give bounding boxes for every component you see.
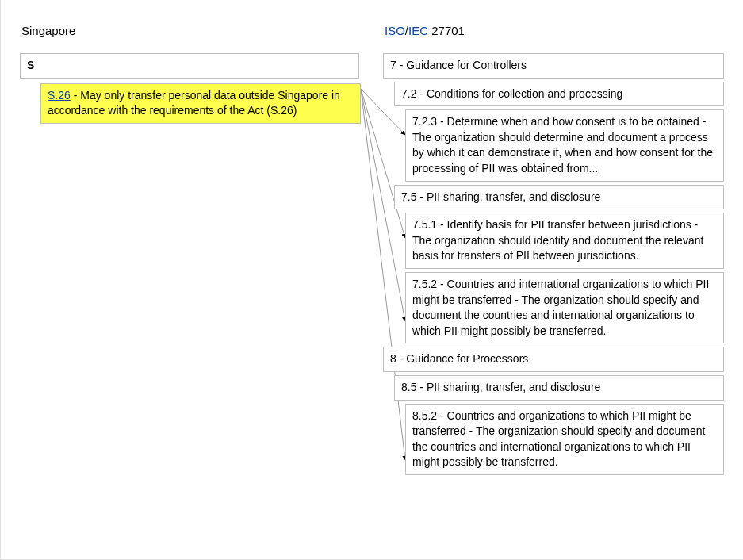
iec-link[interactable]: IEC: [408, 24, 428, 37]
node-7[interactable]: 7 - Guidance for Controllers: [383, 53, 724, 79]
node-7-2-3[interactable]: 7.2.3 - Determine when and how consent i…: [405, 109, 724, 181]
title-rest: 27701: [428, 24, 465, 37]
node-7-5-2[interactable]: 7.5.2 - Countries and international orga…: [405, 272, 724, 343]
left-leaf-node[interactable]: S.26 - May only transfer personal data o…: [40, 83, 361, 124]
left-leaf-code-link[interactable]: S.26: [48, 89, 71, 102]
node-7-5[interactable]: 7.5 - PII sharing, transfer, and disclos…: [394, 185, 724, 210]
left-column: Singapore S S.26 - May only transfer per…: [1, 0, 366, 124]
right-title: ISO/IEC 27701: [383, 22, 730, 39]
node-8-5[interactable]: 8.5 - PII sharing, transfer, and disclos…: [394, 375, 724, 401]
mapping-canvas: Singapore S S.26 - May only transfer per…: [0, 0, 743, 560]
left-title: Singapore: [20, 22, 366, 39]
left-root-node[interactable]: S: [20, 53, 359, 79]
node-7-2[interactable]: 7.2 - Conditions for collection and proc…: [394, 82, 724, 107]
node-8[interactable]: 8 - Guidance for Processors: [383, 347, 724, 372]
node-7-5-1[interactable]: 7.5.1 - Identify basis for PII transfer …: [405, 213, 724, 269]
left-leaf-text: - May only transfer personal data outsid…: [48, 89, 340, 117]
right-column: ISO/IEC 27701 7 - Guidance for Controlle…: [383, 0, 730, 478]
iso-link[interactable]: ISO: [385, 24, 405, 37]
node-8-5-2[interactable]: 8.5.2 - Countries and organizations to w…: [405, 404, 724, 475]
